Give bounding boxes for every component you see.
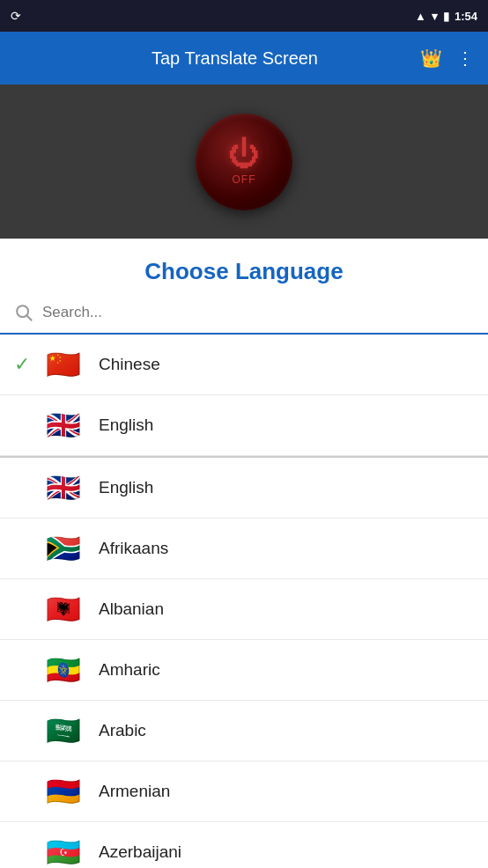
background-area: ⏻ OFF (0, 85, 488, 239)
language-item-amharic[interactable]: ✓ 🇪🇹 Amharic (0, 640, 488, 701)
choose-language-modal: Choose Language ✓ 🇨🇳 Chinese ✓ 🇬🇧 Englis… (0, 239, 488, 868)
language-name-armenian: Armenian (99, 782, 170, 801)
flag-chinese: 🇨🇳 (42, 343, 85, 386)
language-item-arabic[interactable]: ✓ 🇸🇦 Arabic (0, 701, 488, 761)
language-name-azerbaijani: Azerbaijani (99, 842, 181, 862)
language-item-english[interactable]: ✓ 🇬🇧 English (0, 456, 488, 519)
flag-english-pinned: 🇬🇧 (42, 404, 85, 446)
crown-icon[interactable]: 👑 (420, 48, 442, 69)
flag-afrikaans: 🇿🇦 (42, 527, 85, 570)
flag-armenian: 🇦🇲 (42, 770, 85, 813)
language-item-albanian[interactable]: ✓ 🇦🇱 Albanian (0, 579, 488, 640)
language-name-english: English (99, 478, 153, 497)
flag-albanian: 🇦🇱 (42, 588, 85, 630)
app-header: Tap Translate Screen 👑 ⋮ (0, 32, 488, 85)
language-item-armenian[interactable]: ✓ 🇦🇲 Armenian (0, 761, 488, 822)
status-bar: ⟳ ▲ ▾ ▮ 1:54 (0, 0, 488, 32)
flag-english: 🇬🇧 (42, 467, 85, 509)
app-title: Tap Translate Screen (49, 48, 420, 69)
search-bar (0, 298, 488, 335)
selected-checkmark: ✓ (14, 353, 39, 376)
battery-icon: ▮ (443, 10, 449, 23)
language-name-albanian: Albanian (99, 600, 164, 619)
status-bar-left: ⟳ (11, 9, 21, 23)
power-off-label: OFF (233, 173, 256, 186)
status-bar-right: ▲ ▾ ▮ 1:54 (415, 10, 477, 23)
power-icon: ⏻ (228, 138, 260, 170)
wifi-icon: ▾ (432, 10, 438, 23)
language-name-amharic: Amharic (99, 660, 160, 680)
search-icon (14, 303, 33, 322)
app-icon: ⟳ (11, 9, 21, 23)
language-item-english-pinned[interactable]: ✓ 🇬🇧 English (0, 395, 488, 456)
flag-amharic: 🇪🇹 (42, 649, 85, 691)
language-name-arabic: Arabic (99, 721, 146, 740)
power-button[interactable]: ⏻ OFF (196, 114, 292, 210)
language-item-afrikaans[interactable]: ✓ 🇿🇦 Afrikaans (0, 519, 488, 579)
search-input[interactable] (42, 304, 474, 321)
svg-point-0 (17, 305, 28, 317)
language-item-chinese-pinned[interactable]: ✓ 🇨🇳 Chinese (0, 335, 488, 395)
signal-icon: ▲ (415, 10, 426, 23)
menu-icon[interactable]: ⋮ (456, 48, 474, 69)
time-display: 1:54 (455, 10, 477, 23)
language-item-azerbaijani[interactable]: ✓ 🇦🇿 Azerbaijani (0, 822, 488, 868)
flag-arabic: 🇸🇦 (42, 710, 85, 752)
language-name-chinese: Chinese (99, 355, 160, 374)
flag-azerbaijani: 🇦🇿 (42, 831, 85, 868)
modal-title: Choose Language (0, 239, 488, 298)
language-name-afrikaans: Afrikaans (99, 539, 168, 558)
svg-line-1 (27, 316, 32, 321)
language-name-english-pinned: English (99, 416, 153, 435)
